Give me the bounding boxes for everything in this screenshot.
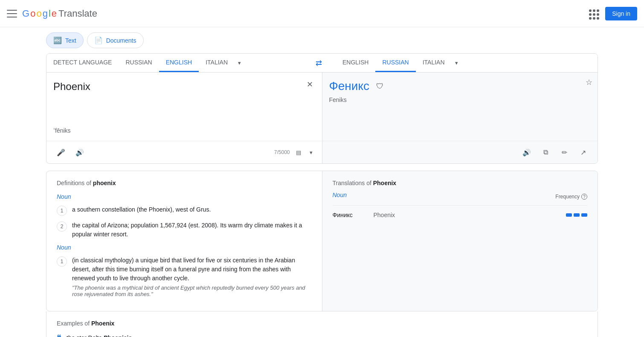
translate-container: DETECT LANGUAGE RUSSIAN ENGLISH ITALIAN … xyxy=(46,53,598,164)
font-size-button[interactable]: ▤ xyxy=(293,148,304,157)
clear-input-button[interactable]: ✕ xyxy=(303,78,317,91)
target-more-languages-button[interactable]: ▾ xyxy=(452,56,461,70)
source-italian-button[interactable]: ITALIAN xyxy=(199,54,235,72)
target-russian-button[interactable]: RUSSIAN xyxy=(375,54,415,72)
source-english-button[interactable]: ENGLISH xyxy=(159,54,199,72)
header: Google Translate Sign in xyxy=(0,0,644,27)
header-left: Google Translate xyxy=(7,8,97,19)
bottom-bars: 🎤 🔊 7/5000 ▤ ▾ 🔊 ⧉ ✏ ↗ xyxy=(46,141,598,163)
frequency-header: Noun Frequency ? xyxy=(333,192,588,202)
logo-g2: g xyxy=(43,8,48,19)
logo-e: e xyxy=(52,8,57,19)
documents-tab-label: Documents xyxy=(106,37,136,44)
translations-noun-label: Noun xyxy=(333,192,347,198)
copy-translation-button[interactable]: ⧉ xyxy=(538,145,553,160)
target-phonetic: Feniks xyxy=(329,96,591,103)
source-panel: Phoenix ˈfēniks ✕ xyxy=(46,73,322,141)
target-panel: Феникс 🛡 Feniks ☆ xyxy=(322,73,598,141)
share-translation-button[interactable]: ↗ xyxy=(575,145,591,160)
documents-mode-tab[interactable]: 📄 Documents xyxy=(87,32,144,48)
logo-o1: o xyxy=(30,8,35,19)
translated-word-1: Финикс xyxy=(333,212,367,218)
translations-divider xyxy=(333,205,588,206)
target-english-button[interactable]: ENGLISH xyxy=(336,54,375,72)
menu-button[interactable] xyxy=(7,9,17,19)
example-item-1: ❝ the star Delta Phoenicis xyxy=(57,334,587,337)
def-text-2: the capital of Arizona; population 1,567… xyxy=(72,221,312,239)
source-more-languages-button[interactable]: ▾ xyxy=(235,56,244,70)
source-phonetic: ˈfēniks xyxy=(53,127,315,134)
translation-pair-1: Финикс Phoenix xyxy=(333,212,395,218)
def-number-1: 1 xyxy=(57,206,67,216)
translations-title: Translations of Phoenix xyxy=(333,180,588,186)
documents-tab-icon: 📄 xyxy=(94,36,103,44)
translations-word: Phoenix xyxy=(373,180,396,186)
noun-label-2: Noun xyxy=(57,244,312,251)
swap-icon: ⇄ xyxy=(316,58,322,68)
source-controls: 🎤 🔊 xyxy=(53,145,87,160)
text-tab-label: Text xyxy=(65,37,76,44)
def-number-3: 1 xyxy=(57,256,67,267)
microphone-button[interactable]: 🎤 xyxy=(53,145,69,160)
translated-text: Феникс xyxy=(329,79,370,93)
definitions-word: phoenix xyxy=(93,180,116,186)
app-name-label: Translate xyxy=(58,8,97,19)
text-mode-tab[interactable]: 🔤 Text xyxy=(46,32,84,48)
target-language-bar: ENGLISH RUSSIAN ITALIAN ▾ xyxy=(329,54,598,72)
edit-translation-button[interactable]: ✏ xyxy=(557,145,572,160)
def-item-2: 2 the capital of Arizona; population 1,5… xyxy=(57,221,312,239)
definitions-title: Definitions of phoenix xyxy=(57,180,312,186)
definitions-translations-section: Definitions of phoenix Noun 1 a southern… xyxy=(46,171,598,311)
example-text-1: the star Delta Phoenicis xyxy=(67,334,132,337)
char-count: 7/5000 xyxy=(274,149,290,155)
logo-o2: o xyxy=(36,8,41,19)
logo-g: G xyxy=(22,8,29,19)
language-bar: DETECT LANGUAGE RUSSIAN ENGLISH ITALIAN … xyxy=(46,54,598,73)
text-panels: Phoenix ˈfēniks ✕ Феникс 🛡 Feniks ☆ xyxy=(46,73,598,141)
detect-language-button[interactable]: DETECT LANGUAGE xyxy=(46,54,119,72)
save-translation-button[interactable]: ☆ xyxy=(586,78,592,87)
def-item-1: 1 a southern constellation (the Phoenix)… xyxy=(57,205,312,216)
google-logo: Google Translate xyxy=(22,8,97,19)
freq-dot-3 xyxy=(581,213,587,217)
def-number-2: 2 xyxy=(57,221,67,232)
source-language-bar: DETECT LANGUAGE RUSSIAN ENGLISH ITALIAN … xyxy=(46,54,308,72)
translations-panel: Translations of Phoenix Noun Frequency ?… xyxy=(322,171,598,311)
examples-section: Examples of Phoenix ❝ the star Delta Pho… xyxy=(46,311,598,337)
font-size-dropdown-button[interactable]: ▾ xyxy=(307,148,315,157)
target-italian-button[interactable]: ITALIAN xyxy=(416,54,452,72)
sign-in-button[interactable]: Sign in xyxy=(605,7,637,20)
noun-label-1: Noun xyxy=(57,193,312,200)
google-apps-button[interactable] xyxy=(588,9,598,19)
swap-languages-button[interactable]: ⇄ xyxy=(308,58,329,68)
back-translation-1: Phoenix xyxy=(374,212,395,218)
source-bottom-bar: 🎤 🔊 7/5000 ▤ ▾ xyxy=(46,141,322,163)
source-input[interactable]: Phoenix xyxy=(53,79,315,122)
source-right-controls: 7/5000 ▤ ▾ xyxy=(274,148,315,157)
listen-translation-button[interactable]: 🔊 xyxy=(519,145,534,160)
definitions-panel: Definitions of phoenix Noun 1 a southern… xyxy=(46,171,322,311)
freq-dot-1 xyxy=(566,213,572,217)
quote-icon: ❝ xyxy=(57,333,61,337)
freq-dot-2 xyxy=(574,213,580,217)
def-text-3: (in classical mythology) a unique bird t… xyxy=(72,256,312,297)
frequency-label: Frequency ? xyxy=(555,194,587,200)
logo-l: l xyxy=(49,8,51,19)
def-item-3: 1 (in classical mythology) a unique bird… xyxy=(57,256,312,297)
shield-icon: 🛡 xyxy=(376,82,384,91)
def-text-1: a southern constellation (the Phoenix), … xyxy=(72,205,211,214)
help-icon: ? xyxy=(581,194,587,200)
text-tab-icon: 🔤 xyxy=(53,36,62,44)
frequency-dots-1 xyxy=(566,213,587,217)
examples-title: Examples of Phoenix xyxy=(57,320,587,327)
def-quote-1: "The phoenix was a mythical bird of anci… xyxy=(72,285,312,297)
header-right: Sign in xyxy=(588,7,637,20)
listen-source-button[interactable]: 🔊 xyxy=(72,145,87,160)
mode-tabs: 🔤 Text 📄 Documents xyxy=(0,27,644,53)
examples-word: Phoenix xyxy=(91,320,114,327)
target-bottom-bar: 🔊 ⧉ ✏ ↗ xyxy=(322,141,598,163)
translation-row-1: Финикс Phoenix xyxy=(333,209,588,221)
source-russian-button[interactable]: RUSSIAN xyxy=(119,54,159,72)
